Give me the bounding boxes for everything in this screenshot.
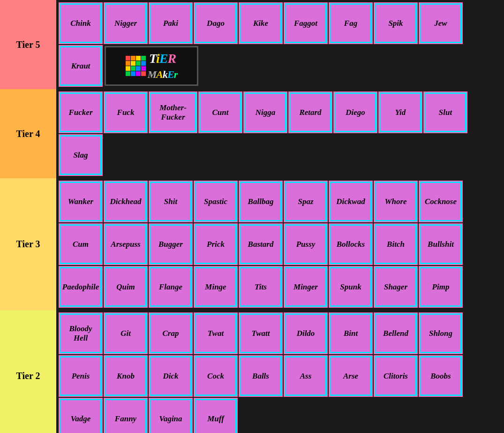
word-card-quim[interactable]: Quim — [105, 267, 147, 307]
word-card-dickhead[interactable]: Dickhead — [105, 182, 147, 221]
word-card-spunk[interactable]: Spunk — [330, 267, 372, 307]
word-card-shager[interactable]: Shager — [375, 267, 417, 307]
word-card-shit[interactable]: Shit — [150, 182, 192, 221]
word-card-arse[interactable]: Arse — [330, 356, 372, 396]
word-card-minge[interactable]: Minge — [195, 267, 237, 307]
word-card-cock[interactable]: Cock — [195, 356, 237, 396]
tier-label-tier5: Tier 5 — [0, 0, 56, 89]
word-card-bollocks[interactable]: Bollocks — [330, 224, 372, 264]
word-card-git[interactable]: Git — [105, 313, 147, 353]
word-card-dago[interactable]: Dago — [195, 3, 237, 43]
word-card-vadge[interactable]: Vadge — [60, 399, 102, 433]
tiermaker-logo: TiER MAkEr — [105, 46, 198, 86]
word-card-fanny[interactable]: Fanny — [105, 399, 147, 433]
word-card-nigga[interactable]: Nigga — [244, 92, 286, 132]
word-card-dickwad[interactable]: Dickwad — [330, 182, 372, 221]
word-card-nigger[interactable]: Nigger — [105, 3, 147, 43]
word-card-spastic[interactable]: Spastic — [195, 182, 237, 221]
word-card-bloodyhell[interactable]: Bloody Hell — [60, 313, 102, 353]
tier-row-tier3: Tier 3WankerDickheadShitSpasticBallbagSp… — [0, 178, 504, 310]
word-card-crap[interactable]: Crap — [150, 313, 192, 353]
word-card-cum[interactable]: Cum — [60, 224, 102, 264]
word-card-wanker[interactable]: Wanker — [60, 182, 102, 221]
word-card-bullshit[interactable]: Bullshit — [420, 224, 462, 264]
word-card-prick[interactable]: Prick — [195, 224, 237, 264]
word-card-tits[interactable]: Tits — [240, 267, 282, 307]
word-card-shlong[interactable]: Shlong — [420, 313, 462, 353]
logo-grid — [126, 56, 146, 76]
word-card-pimp[interactable]: Pimp — [420, 267, 462, 307]
word-card-fuck[interactable]: Fuck — [105, 92, 147, 132]
tier-label-tier2: Tier 2 — [0, 310, 56, 433]
tier-label-text: Tier 5 — [2, 39, 54, 50]
tier-label-tier3: Tier 3 — [0, 178, 56, 310]
word-card-fag[interactable]: Fag — [330, 3, 372, 43]
word-card-kike[interactable]: Kike — [240, 3, 282, 43]
tier-row-tier2: Tier 2Bloody HellGitCrapTwatTwattDildoBi… — [0, 310, 504, 433]
word-card-kraut[interactable]: Kraut — [60, 46, 102, 86]
word-card-bellend[interactable]: Bellend — [375, 313, 417, 353]
word-card-muff[interactable]: Muff — [195, 399, 237, 433]
tier-content-tier2: Bloody HellGitCrapTwatTwattDildoBintBell… — [56, 310, 504, 433]
word-card-boobs[interactable]: Boobs — [420, 356, 462, 396]
word-card-diego[interactable]: Diego — [334, 92, 376, 132]
word-card-spik[interactable]: Spik — [375, 3, 417, 43]
word-card-bitch[interactable]: Bitch — [375, 224, 417, 264]
word-card-spaz[interactable]: Spaz — [285, 182, 327, 221]
word-card-twatt[interactable]: Twatt — [240, 313, 282, 353]
word-card-bastard[interactable]: Bastard — [240, 224, 282, 264]
word-card-dildo[interactable]: Dildo — [285, 313, 327, 353]
word-card-minger[interactable]: Minger — [285, 267, 327, 307]
word-card-paedophile[interactable]: Paedophile — [60, 267, 102, 307]
tier-table: Tier 5ChinkNiggerPakiDagoKikeFaggotFagSp… — [0, 0, 504, 433]
tier-row-tier5: Tier 5ChinkNiggerPakiDagoKikeFaggotFagSp… — [0, 0, 504, 89]
word-card-cocknose[interactable]: Cocknose — [420, 182, 462, 221]
word-card-whore[interactable]: Whore — [375, 182, 417, 221]
word-card-knob[interactable]: Knob — [105, 356, 147, 396]
word-card-dick[interactable]: Dick — [150, 356, 192, 396]
word-card-bugger[interactable]: Bugger — [150, 224, 192, 264]
tier-content-tier5: ChinkNiggerPakiDagoKikeFaggotFagSpikJewK… — [56, 0, 504, 89]
word-card-cunt[interactable]: Cunt — [199, 92, 241, 132]
word-card-clitoris[interactable]: Clitoris — [375, 356, 417, 396]
tier-content-tier3: WankerDickheadShitSpasticBallbagSpazDick… — [56, 178, 504, 310]
word-card-slag[interactable]: Slag — [60, 135, 102, 175]
word-card-pussy[interactable]: Pussy — [285, 224, 327, 264]
word-card-ballbag[interactable]: Ballbag — [240, 182, 282, 221]
tier-label-tier4: Tier 4 — [0, 89, 56, 178]
tier-row-tier4: Tier 4FuckerFuckMother-FuckerCuntNiggaRe… — [0, 89, 504, 178]
word-card-flange[interactable]: Flange — [150, 267, 192, 307]
word-card-slut[interactable]: Slut — [424, 92, 466, 132]
tier-content-tier4: FuckerFuckMother-FuckerCuntNiggaRetardDi… — [56, 89, 504, 178]
word-card-paki[interactable]: Paki — [150, 3, 192, 43]
word-card-balls[interactable]: Balls — [240, 356, 282, 396]
word-card-ass[interactable]: Ass — [285, 356, 327, 396]
word-card-bint[interactable]: Bint — [330, 313, 372, 353]
word-card-retard[interactable]: Retard — [289, 92, 331, 132]
word-card-arsepuss[interactable]: Arsepuss — [105, 224, 147, 264]
word-card-faggot[interactable]: Faggot — [285, 3, 327, 43]
word-card-vagina[interactable]: Vagina — [150, 399, 192, 433]
word-card-motherfucker[interactable]: Mother-Fucker — [150, 92, 196, 132]
word-card-twat[interactable]: Twat — [195, 313, 237, 353]
word-card-fucker[interactable]: Fucker — [60, 92, 102, 132]
word-card-penis[interactable]: Penis — [60, 356, 102, 396]
word-card-yid[interactable]: Yid — [379, 92, 421, 132]
word-card-jew[interactable]: Jew — [420, 3, 462, 43]
logo-text: TiER MAkEr — [148, 51, 178, 81]
word-card-chink[interactable]: Chink — [60, 3, 102, 43]
